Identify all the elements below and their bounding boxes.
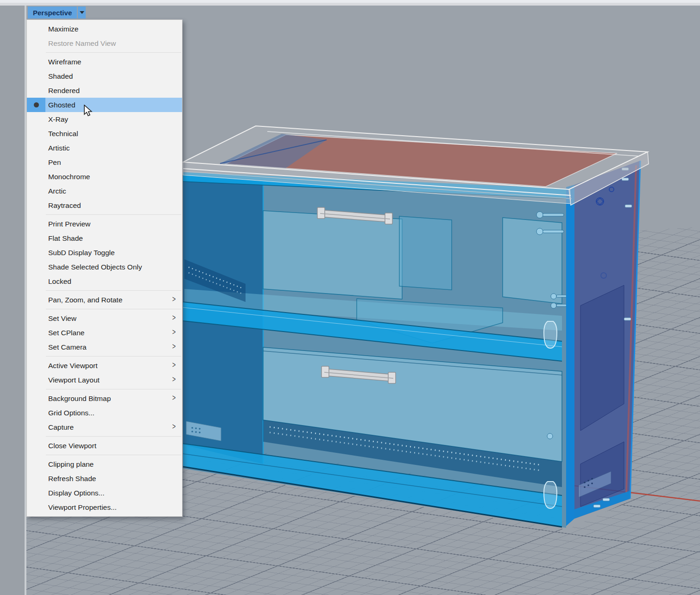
- menu-item-maximize[interactable]: Maximize: [27, 22, 182, 36]
- menu-item-rendered[interactable]: Rendered: [27, 83, 182, 98]
- menu-item-label: Set View: [48, 314, 76, 323]
- menu-item-label: Viewport Properties...: [48, 503, 117, 512]
- menu-item-gutter: [27, 438, 45, 453]
- menu-item-viewport-properties[interactable]: Viewport Properties...: [27, 500, 182, 514]
- menu-item-gutter: [27, 274, 45, 288]
- menu-item-background-bitmap[interactable]: Background Bitmap>: [27, 391, 182, 406]
- menu-separator: [46, 52, 181, 53]
- menu-item-label: Shaded: [48, 72, 73, 81]
- menu-item-label: Grid Options...: [48, 409, 95, 417]
- menu-item-label: Arctic: [48, 187, 66, 195]
- menu-item-set-cplane[interactable]: Set CPlane>: [27, 326, 182, 340]
- menu-item-gutter: [27, 471, 45, 486]
- menu-item-gutter: [27, 55, 45, 69]
- menu-item-label: Refresh Shade: [48, 475, 96, 483]
- menu-item-gutter: [27, 22, 45, 36]
- menu-item-gutter: [27, 141, 45, 155]
- viewport-title-dropdown[interactable]: [78, 6, 86, 19]
- menu-item-label: Raytraced: [48, 201, 81, 210]
- menu-item-gutter: [27, 457, 45, 471]
- menu-item-shaded[interactable]: Shaded: [27, 69, 182, 83]
- menu-item-grid-options[interactable]: Grid Options...: [27, 406, 182, 420]
- menu-item-gutter: [27, 169, 45, 184]
- menu-item-technical[interactable]: Technical: [27, 126, 182, 141]
- menu-item-monochrome[interactable]: Monochrome: [27, 169, 182, 184]
- menu-separator: [46, 389, 181, 389]
- menu-item-pen[interactable]: Pen: [27, 155, 182, 169]
- menu-separator: [46, 356, 181, 357]
- menu-item-wireframe[interactable]: Wireframe: [27, 55, 182, 69]
- menu-item-label: SubD Display Toggle: [48, 249, 115, 257]
- right-front-corner-edge: [566, 185, 574, 526]
- menu-item-label: Flat Shade: [48, 234, 83, 243]
- menu-item-close-viewport[interactable]: Close Viewport: [27, 438, 182, 453]
- menu-item-label: Close Viewport: [48, 442, 96, 450]
- menu-item-label: Restore Named View: [48, 39, 116, 48]
- menu-item-arctic[interactable]: Arctic: [27, 184, 182, 198]
- menu-item-active-viewport[interactable]: Active Viewport>: [27, 358, 182, 373]
- menu-item-label: Viewport Layout: [48, 376, 100, 384]
- menu-item-pan-zoom-and-rotate[interactable]: Pan, Zoom, and Rotate>: [27, 293, 182, 307]
- menu-item-gutter: [27, 311, 45, 326]
- perspective-viewport[interactable]: Perspective MaximizeRestore Named ViewWi…: [26, 6, 700, 595]
- menu-item-label: Display Options...: [48, 489, 104, 497]
- latch-teardrop-lower: [544, 482, 557, 508]
- menu-item-label: Monochrome: [48, 173, 90, 181]
- menu-item-flat-shade[interactable]: Flat Shade: [27, 231, 182, 245]
- submenu-arrow-icon: >: [172, 294, 176, 304]
- menu-item-gutter: [27, 69, 45, 83]
- menu-item-raytraced[interactable]: Raytraced: [27, 198, 182, 213]
- menu-item-gutter: [27, 420, 45, 434]
- menu-item-set-view[interactable]: Set View>: [27, 311, 182, 326]
- menu-separator: [46, 455, 181, 455]
- menu-item-label: Shade Selected Objects Only: [48, 263, 142, 271]
- radio-dot-icon: [34, 102, 39, 107]
- menu-item-gutter: [27, 198, 45, 213]
- menu-item-gutter: [27, 358, 45, 373]
- submenu-arrow-icon: >: [172, 374, 176, 384]
- menu-item-locked[interactable]: Locked: [27, 274, 182, 288]
- t-divider-column: [399, 216, 452, 290]
- menu-item-viewport-layout[interactable]: Viewport Layout>: [27, 373, 182, 387]
- menu-item-label: Technical: [48, 130, 78, 138]
- menu-item-label: Set CPlane: [48, 329, 84, 337]
- menu-item-x-ray[interactable]: X-Ray: [27, 112, 182, 126]
- menu-separator: [46, 290, 181, 291]
- menu-item-gutter: [27, 83, 45, 98]
- menu-item-subd-display-toggle[interactable]: SubD Display Toggle: [27, 245, 182, 260]
- menu-item-label: Wireframe: [48, 58, 81, 66]
- menu-item-label: Ghosted: [48, 101, 76, 109]
- menu-item-capture[interactable]: Capture>: [27, 420, 182, 434]
- menu-separator: [46, 436, 181, 437]
- menu-item-gutter: [27, 340, 45, 354]
- menu-item-artistic[interactable]: Artistic: [27, 141, 182, 155]
- menu-item-label: Clipping plane: [48, 460, 94, 469]
- submenu-arrow-icon: >: [172, 421, 176, 431]
- menu-item-label: Print Preview: [48, 220, 90, 228]
- submenu-arrow-icon: >: [172, 360, 176, 370]
- menu-item-ghosted[interactable]: Ghosted: [27, 98, 182, 112]
- viewport-title-tab[interactable]: Perspective: [28, 6, 86, 19]
- menu-item-label: Maximize: [48, 25, 78, 33]
- menu-item-gutter: [27, 126, 45, 141]
- menu-item-gutter: [27, 260, 45, 274]
- mouse-cursor-icon: [83, 105, 95, 118]
- menu-item-label: Set Camera: [48, 343, 87, 351]
- menu-item-gutter: [27, 112, 45, 126]
- viewport-title[interactable]: Perspective: [28, 6, 77, 19]
- menu-item-gutter: [27, 36, 45, 50]
- menu-item-gutter: [27, 293, 45, 307]
- menu-item-shade-selected-objects-only[interactable]: Shade Selected Objects Only: [27, 260, 182, 274]
- upper-drawer-left-partition: [263, 211, 402, 299]
- menu-item-clipping-plane[interactable]: Clipping plane: [27, 457, 182, 471]
- menu-item-set-camera[interactable]: Set Camera>: [27, 340, 182, 354]
- menu-item-label: Artistic: [48, 144, 70, 152]
- menu-item-label: Locked: [48, 277, 71, 286]
- menu-item-print-preview[interactable]: Print Preview: [27, 217, 182, 231]
- latch-teardrop-upper: [544, 321, 557, 348]
- menu-item-label: Active Viewport: [48, 362, 98, 370]
- menu-item-gutter: [27, 326, 45, 340]
- menu-item-refresh-shade[interactable]: Refresh Shade: [27, 471, 182, 486]
- menu-separator: [46, 214, 181, 215]
- menu-item-display-options[interactable]: Display Options...: [27, 486, 182, 500]
